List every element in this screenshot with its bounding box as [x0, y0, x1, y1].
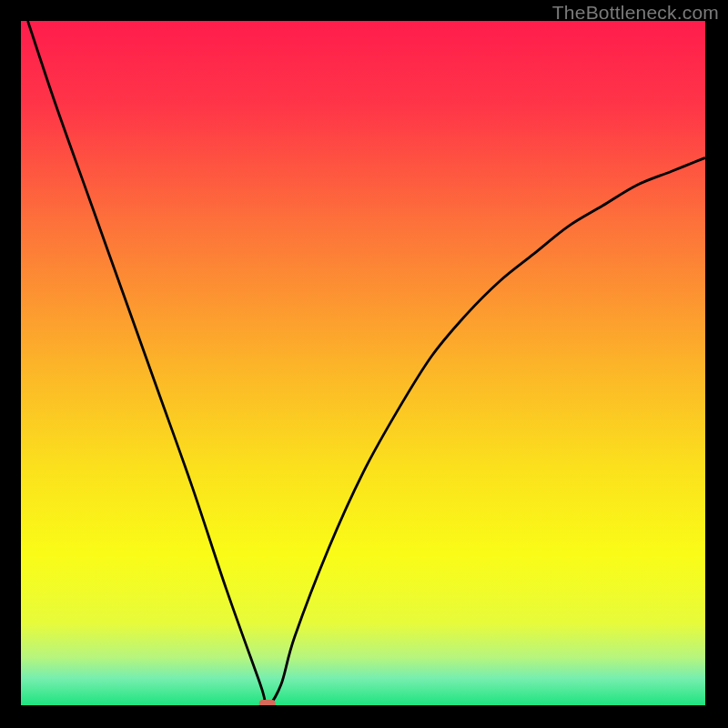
bottleneck-chart	[21, 21, 705, 705]
optimal-point-marker	[259, 700, 276, 705]
gradient-background	[21, 21, 705, 705]
chart-area	[21, 21, 705, 705]
watermark-text: TheBottleneck.com	[552, 2, 719, 24]
